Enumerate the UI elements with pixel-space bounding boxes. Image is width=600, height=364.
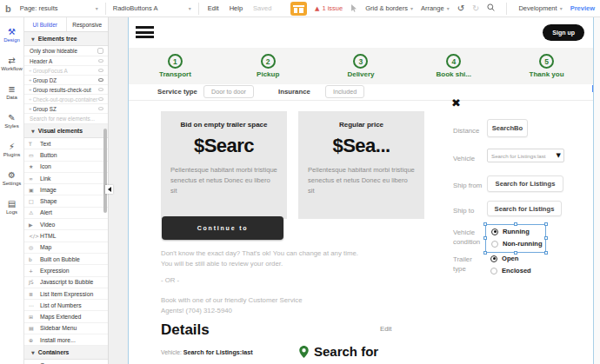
element-sidebar-menu[interactable]: ▤Sidebar Menu bbox=[24, 323, 108, 334]
element-javascript-to-bubble[interactable]: JSJavascript to Bubble bbox=[24, 277, 108, 288]
gift-button[interactable] bbox=[290, 2, 307, 16]
tree-item-check-out-group-container[interactable]: + Check-out-group-container bbox=[24, 95, 108, 104]
resize-handle[interactable] bbox=[483, 251, 487, 255]
element-video[interactable]: ▶Video bbox=[24, 219, 108, 230]
location-text: Search for bbox=[314, 344, 378, 359]
edit-link[interactable]: Edit bbox=[380, 325, 391, 333]
element-text[interactable]: TText bbox=[24, 138, 108, 149]
element-group[interactable]: ▭Group bbox=[24, 360, 108, 364]
radio-open[interactable]: Open bbox=[490, 255, 518, 262]
only-show-hideable-checkbox[interactable] bbox=[97, 48, 103, 54]
tree-item-group-dz[interactable]: + Group DZ bbox=[24, 76, 108, 85]
step-thank-you[interactable]: 5 Thank you bbox=[500, 48, 593, 84]
insurance-chip[interactable]: Included bbox=[325, 85, 364, 98]
caret-down-icon: ▼ bbox=[31, 129, 35, 134]
menu-icon[interactable] bbox=[136, 26, 154, 41]
service-type-chip[interactable]: Door to door bbox=[203, 85, 254, 98]
redo-icon[interactable]: ↻ bbox=[472, 3, 479, 13]
alert-icon: ⚠ bbox=[29, 209, 40, 215]
ship-from-input[interactable]: Search for Listings bbox=[487, 175, 563, 192]
preview-button[interactable]: Preview bbox=[570, 4, 595, 12]
tab-ui-builder[interactable]: UI Builder bbox=[24, 17, 66, 31]
element-expression[interactable]: +Expression bbox=[24, 265, 108, 276]
edit-menu[interactable]: Edit bbox=[208, 4, 219, 12]
element-alert[interactable]: ⚠Alert bbox=[24, 208, 108, 219]
element-built-on-bubble[interactable]: bBuilt on Bubble bbox=[24, 254, 108, 265]
rail-settings[interactable]: ⚙ Settings bbox=[0, 164, 23, 193]
saved-status: Saved bbox=[253, 4, 271, 12]
tree-item-group-results-check-out[interactable]: + Group results-check-out bbox=[24, 85, 108, 95]
ship-to-input[interactable]: Search for Listings bbox=[487, 201, 562, 216]
tab-responsive[interactable]: Responsive bbox=[66, 17, 109, 31]
arrange-menu[interactable]: Arrange ▾ bbox=[421, 4, 450, 12]
rail-data[interactable]: ≣ Data bbox=[0, 78, 23, 107]
undo-icon[interactable]: ↺ bbox=[457, 3, 464, 13]
close-icon[interactable]: ✖ bbox=[451, 97, 461, 109]
tree-item-group-sz[interactable]: + Group SZ bbox=[24, 104, 108, 114]
details-vehicle-line: Vehicle: Search for Listings:last bbox=[161, 348, 253, 356]
elements-tree-header[interactable]: ▼ Elements tree bbox=[24, 32, 108, 46]
element-selector[interactable]: RadioButtons A ▾ bbox=[110, 0, 195, 17]
panel-scrollbar[interactable] bbox=[103, 33, 107, 363]
new-element-search-input[interactable]: Search for new elements... bbox=[24, 114, 108, 124]
step-transport[interactable]: 1 Transport bbox=[129, 48, 222, 84]
vehicle-dropdown[interactable]: Search for Listings:last ▼ bbox=[487, 149, 564, 162]
continue-button[interactable]: Continue to bbox=[162, 216, 283, 240]
tree-item-groupfocus-a[interactable]: + GroupFocus A bbox=[24, 66, 108, 76]
rail-workflow[interactable]: ⇄ Workflow bbox=[0, 50, 23, 78]
note-text: Don't know the exact day? That's ok! You… bbox=[161, 248, 358, 270]
element-shape[interactable]: □Shape bbox=[24, 195, 108, 207]
element-image[interactable]: ▣Image bbox=[24, 184, 108, 195]
radio-running[interactable]: Running bbox=[491, 228, 530, 235]
element-button[interactable]: ▭Button bbox=[24, 149, 108, 161]
only-show-hideable-row: Only show hideable bbox=[24, 46, 108, 56]
element-html[interactable]: </>HTML bbox=[24, 230, 108, 242]
panel-scrollbar-thumb[interactable] bbox=[103, 129, 107, 213]
element-install-more[interactable]: ⊕Install more... bbox=[24, 334, 108, 346]
details-heading: Details bbox=[161, 321, 210, 339]
element-link[interactable]: ∞Link bbox=[24, 173, 108, 184]
distance-input[interactable]: SearchBo bbox=[487, 119, 528, 137]
element-maps-extended[interactable]: ⊞Maps Extended bbox=[24, 311, 108, 322]
rail-styles[interactable]: ✎ Styles bbox=[0, 107, 23, 136]
rail-plugins[interactable]: ⚡ Plugins bbox=[0, 136, 23, 164]
resize-handle[interactable] bbox=[483, 222, 487, 226]
page-selector[interactable]: Page: results ▾ bbox=[17, 0, 102, 17]
bubble-logo[interactable]: b bbox=[5, 3, 11, 14]
resize-handle[interactable] bbox=[483, 236, 487, 240]
resize-handle[interactable] bbox=[544, 236, 548, 240]
containers-header[interactable]: ▼ Containers bbox=[24, 346, 108, 360]
rail-design[interactable]: ⚒ Design bbox=[0, 21, 23, 50]
tree-item-header-a[interactable]: Header A bbox=[24, 56, 108, 66]
radio-enclosed[interactable]: Enclosed bbox=[490, 267, 531, 275]
button-icon: ▭ bbox=[29, 152, 40, 158]
issues-indicator[interactable]: ▲ 1 issue bbox=[315, 4, 343, 12]
step-book-shipment[interactable]: 4 Book shi... bbox=[407, 48, 500, 84]
radio-non-running[interactable]: Non-running bbox=[491, 240, 543, 248]
resize-handle[interactable] bbox=[544, 222, 548, 226]
step-pickup[interactable]: 2 Pickup bbox=[222, 48, 315, 84]
cursor-tool-icon[interactable] bbox=[350, 4, 357, 12]
service-type-label: Service type bbox=[157, 88, 197, 96]
grid-borders-menu[interactable]: Grid & borders ▾ bbox=[365, 4, 413, 12]
radio-selected-icon bbox=[491, 228, 498, 235]
signup-button[interactable]: Sign up bbox=[543, 24, 584, 41]
search-icon[interactable] bbox=[487, 3, 495, 13]
visual-elements-header[interactable]: ▼ Visual elements bbox=[24, 124, 108, 138]
design-canvas[interactable]: Sign up 1 Transport 2 Pickup 3 Delivery … bbox=[128, 17, 594, 364]
environment-selector[interactable]: Development ▾ bbox=[518, 4, 562, 12]
bid-price-card[interactable]: Bid on empty trailer space $Searc Pellen… bbox=[161, 111, 287, 219]
regular-price-card[interactable]: Regular price $Sea... Pellentesque habit… bbox=[298, 111, 424, 219]
resize-handle[interactable] bbox=[514, 222, 517, 226]
element-icon[interactable]: ★Icon bbox=[24, 162, 108, 173]
step-delivery[interactable]: 3 Delivery bbox=[315, 48, 408, 84]
element-list-of-numbers[interactable]: ⋯List of Numbers bbox=[24, 300, 108, 311]
element-map[interactable]: ◎Map bbox=[24, 242, 108, 254]
rail-logs[interactable]: ▤ Logs bbox=[0, 193, 23, 222]
element-list-item-expression[interactable]: ≣List Item Expression bbox=[24, 288, 108, 300]
help-menu[interactable]: Help bbox=[230, 4, 243, 12]
panel-collapse-handle[interactable] bbox=[105, 185, 113, 194]
resize-handle[interactable] bbox=[544, 251, 548, 255]
editor-selection-box[interactable]: Running Non-running bbox=[485, 224, 546, 253]
caret-down-icon: ▼ bbox=[31, 350, 35, 355]
